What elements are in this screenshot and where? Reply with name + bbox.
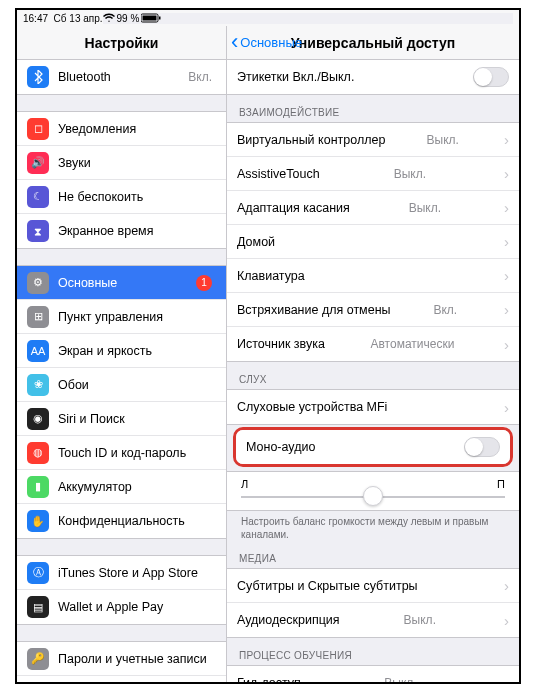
chevron-icon: › xyxy=(504,675,509,683)
appstore-icon: Ⓐ xyxy=(27,562,49,584)
row-labels-toggle[interactable]: Этикетки Вкл./Выкл. xyxy=(227,60,519,94)
row-keyboard[interactable]: Клавиатура› xyxy=(227,259,519,293)
sidebar-item-mail[interactable]: ✉Почта xyxy=(17,676,226,682)
sidebar-item-display[interactable]: AAЭкран и яркость xyxy=(17,334,226,368)
sidebar-item-privacy[interactable]: ✋Конфиденциальность xyxy=(17,504,226,538)
balance-slider-row: ЛП xyxy=(227,472,519,510)
device-frame: 16:47 Сб 13 апр. 99 % Настройки Bluetoot… xyxy=(15,8,521,684)
switches-icon: ⊞ xyxy=(27,306,49,328)
battery-text: 99 % xyxy=(117,13,140,24)
sidebar-item-itunes[interactable]: ⒶiTunes Store и App Store xyxy=(17,556,226,590)
mono-audio-toggle[interactable] xyxy=(464,437,500,457)
label: Bluetooth xyxy=(58,70,111,84)
row-guided-access[interactable]: Гид-доступВыкл.› xyxy=(227,666,519,682)
wallpaper-icon: ❀ xyxy=(27,374,49,396)
sounds-icon: 🔊 xyxy=(27,152,49,174)
detail: Вкл. xyxy=(188,70,212,84)
row-mfi-hearing[interactable]: Слуховые устройства MFi› xyxy=(227,390,519,424)
balance-note: Настроить баланс громкости между левым и… xyxy=(227,511,519,541)
section-hearing: СЛУХ xyxy=(227,362,519,389)
row-assistivetouch[interactable]: AssistiveTouchВыкл.› xyxy=(227,157,519,191)
sidebar-item-sounds[interactable]: 🔊Звуки xyxy=(17,146,226,180)
chevron-icon: › xyxy=(504,131,509,148)
moon-icon: ☾ xyxy=(27,186,49,208)
chevron-icon: › xyxy=(504,612,509,629)
svg-rect-2 xyxy=(159,17,161,20)
fingerprint-icon: ◍ xyxy=(27,442,49,464)
balance-right-label: П xyxy=(497,478,505,490)
row-home[interactable]: Домой› xyxy=(227,225,519,259)
section-interaction: ВЗАИМОДЕЙСТВИЕ xyxy=(227,95,519,122)
row-subtitles[interactable]: Субтитры и Скрытые субтитры› xyxy=(227,569,519,603)
sidebar-item-bluetooth[interactable]: Bluetooth Вкл. xyxy=(17,60,226,94)
row-audio-description[interactable]: АудиодескрипцияВыкл.› xyxy=(227,603,519,637)
row-audio-source[interactable]: Источник звукаАвтоматически› xyxy=(227,327,519,361)
slider-knob[interactable] xyxy=(363,486,383,506)
sidebar-item-wallpaper[interactable]: ❀Обои xyxy=(17,368,226,402)
sidebar-item-screentime[interactable]: ⧗Экранное время xyxy=(17,214,226,248)
sidebar-item-siri[interactable]: ◉Siri и Поиск xyxy=(17,402,226,436)
status-bar: 16:47 Сб 13 апр. 99 % xyxy=(17,10,519,26)
detail-pane: Основные Универсальный доступ Этикетки В… xyxy=(227,26,519,682)
sidebar-item-dnd[interactable]: ☾Не беспокоить xyxy=(17,180,226,214)
chevron-icon: › xyxy=(504,301,509,318)
badge: 1 xyxy=(196,275,212,291)
brightness-icon: AA xyxy=(27,340,49,362)
hand-icon: ✋ xyxy=(27,510,49,532)
wifi-icon xyxy=(103,13,115,23)
battery-icon xyxy=(141,13,161,23)
siri-icon: ◉ xyxy=(27,408,49,430)
wallet-icon: ▤ xyxy=(27,596,49,618)
sidebar-item-general[interactable]: ⚙Основные1 xyxy=(17,266,226,300)
sidebar-item-notifications[interactable]: ◻Уведомления xyxy=(17,112,226,146)
section-learning: ПРОЦЕСС ОБУЧЕНИЯ xyxy=(227,638,519,665)
sidebar-item-touchid[interactable]: ◍Touch ID и код-пароль xyxy=(17,436,226,470)
balance-left-label: Л xyxy=(241,478,248,490)
chevron-icon: › xyxy=(504,336,509,353)
svg-rect-1 xyxy=(143,16,157,21)
row-mono-audio[interactable]: Моно-аудио xyxy=(236,430,510,464)
sidebar-title: Настройки xyxy=(17,26,226,60)
status-time: 16:47 xyxy=(23,13,48,24)
mono-audio-highlight: Моно-аудио xyxy=(233,427,513,467)
chevron-icon: › xyxy=(504,199,509,216)
battery-icon: ▮ xyxy=(27,476,49,498)
sidebar-item-control-center[interactable]: ⊞Пункт управления xyxy=(17,300,226,334)
hourglass-icon: ⧗ xyxy=(27,220,49,242)
key-icon: 🔑 xyxy=(27,648,49,670)
bluetooth-icon xyxy=(27,66,49,88)
sidebar-item-battery[interactable]: ▮Аккумулятор xyxy=(17,470,226,504)
chevron-icon: › xyxy=(504,233,509,250)
chevron-icon: › xyxy=(504,267,509,284)
row-virtual-controller[interactable]: Виртуальный контроллерВыкл.› xyxy=(227,123,519,157)
sidebar-item-passwords[interactable]: 🔑Пароли и учетные записи xyxy=(17,642,226,676)
detail-header: Основные Универсальный доступ xyxy=(227,26,519,60)
chevron-icon: › xyxy=(504,399,509,416)
sidebar-item-wallet[interactable]: ▤Wallet и Apple Pay xyxy=(17,590,226,624)
gear-icon: ⚙ xyxy=(27,272,49,294)
toggle[interactable] xyxy=(473,67,509,87)
notifications-icon: ◻ xyxy=(27,118,49,140)
row-shake-undo[interactable]: Встряхивание для отменыВкл.› xyxy=(227,293,519,327)
back-button[interactable]: Основные xyxy=(231,35,302,50)
chevron-icon: › xyxy=(504,577,509,594)
settings-sidebar: Настройки Bluetooth Вкл. ◻Уведомления 🔊З… xyxy=(17,26,227,682)
mail-icon: ✉ xyxy=(27,682,49,683)
page-title: Универсальный доступ xyxy=(291,35,456,51)
status-date: Сб 13 апр. xyxy=(54,13,103,24)
balance-slider[interactable] xyxy=(241,496,505,498)
row-touch-accommodation[interactable]: Адаптация касанияВыкл.› xyxy=(227,191,519,225)
section-media: МЕДИА xyxy=(227,541,519,568)
chevron-icon: › xyxy=(504,165,509,182)
